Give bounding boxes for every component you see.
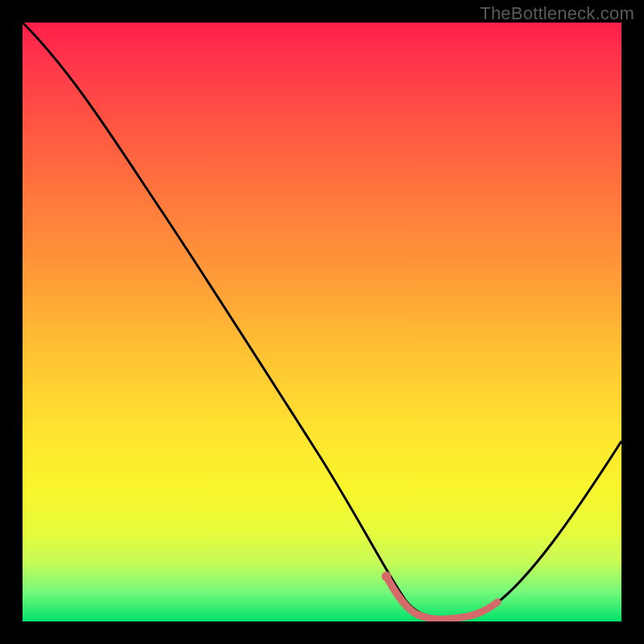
plot-area [23,23,621,621]
bottleneck-curve-svg [23,23,621,621]
chart-stage: TheBottleneck.com [0,0,644,644]
bottleneck-curve-path [23,23,621,618]
watermark-text: TheBottleneck.com [480,3,634,24]
highlight-dot [382,572,391,581]
highlight-segment [386,576,497,619]
